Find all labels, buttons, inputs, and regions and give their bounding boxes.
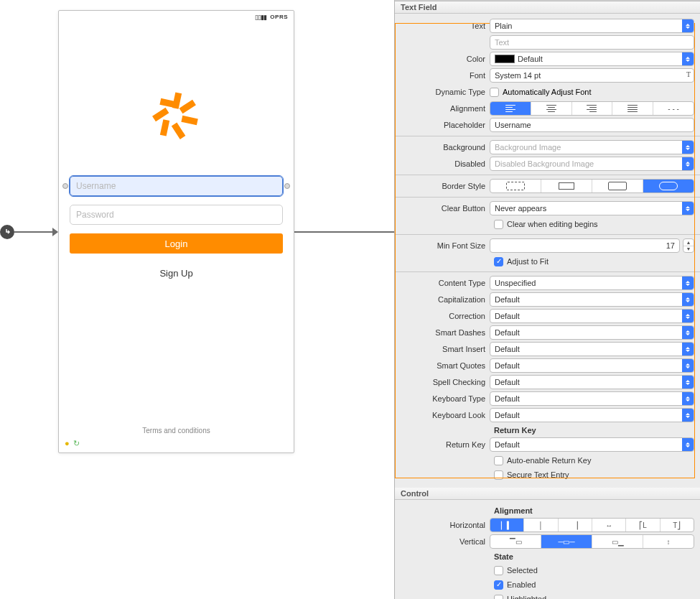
correction-label: Correction	[401, 312, 485, 320]
disabled-label: Disabled	[401, 159, 485, 168]
halign-fill-icon[interactable]: ↔	[592, 519, 625, 531]
valign-top-icon[interactable]: ▔▭	[490, 535, 541, 548]
terms-link[interactable]: Terms and conditions	[59, 427, 294, 435]
min-font-size-label: Min Font Size	[401, 241, 485, 250]
return-key-header: Return Key	[401, 424, 694, 437]
keyboard-look-label: Keyboard Look	[401, 411, 485, 419]
signup-link[interactable]: Sign Up	[59, 268, 294, 279]
border-line-icon[interactable]	[541, 180, 592, 192]
keyboard-type-label: Keyboard Type	[401, 394, 485, 403]
highlighted-label: Highlighted	[507, 595, 546, 599]
warnings-bar[interactable]: ● ↻	[65, 439, 81, 448]
min-font-size-input[interactable]	[490, 238, 680, 253]
background-label: Background	[401, 143, 485, 152]
secure-text-checkbox[interactable]	[494, 470, 503, 480]
align-center-icon[interactable]	[531, 102, 571, 115]
border-rounded-icon[interactable]	[643, 180, 694, 192]
text-value-input[interactable]	[490, 35, 694, 50]
dynamic-type-check-label: Automatically Adjust Font	[503, 88, 592, 96]
return-key-label: Return Key	[401, 440, 485, 449]
divider	[395, 175, 700, 175]
divider	[395, 234, 700, 235]
attributes-inspector[interactable]: Text Field Text Plain Color Default Font…	[394, 0, 700, 599]
username-input[interactable]	[70, 176, 283, 196]
halign-trailing-icon[interactable]: T⎦	[660, 519, 694, 531]
background-select[interactable]: Background Image	[490, 140, 694, 154]
valign-fill-icon[interactable]: ↕	[643, 535, 694, 548]
control-alignment-header: Alignment	[401, 504, 694, 517]
password-field-wrap[interactable]	[70, 205, 283, 225]
return-key-select[interactable]: Default	[490, 437, 694, 452]
align-left-icon[interactable]	[490, 102, 531, 115]
dynamic-type-checkbox[interactable]	[490, 88, 499, 97]
smart-quotes-select[interactable]: Default	[490, 358, 694, 373]
adjust-to-fit-checkbox[interactable]	[494, 257, 503, 266]
halign-left-icon[interactable]: ▏▍	[490, 519, 523, 531]
clear-button-select[interactable]: Never appears	[490, 201, 694, 215]
password-input[interactable]	[70, 205, 283, 225]
auto-enable-return-checkbox[interactable]	[494, 456, 503, 465]
horizontal-label: Horizontal	[401, 521, 485, 529]
valign-center-icon[interactable]: ─▭─	[541, 535, 592, 548]
halign-center-icon[interactable]: │	[523, 519, 557, 531]
smart-quotes-label: Smart Quotes	[401, 361, 485, 370]
alignment-label: Alignment	[401, 104, 485, 113]
svg-rect-3	[171, 123, 185, 139]
align-right-icon[interactable]	[571, 102, 612, 115]
align-justify-icon[interactable]	[612, 102, 653, 115]
selected-label: Selected	[507, 566, 538, 575]
state-header: State	[401, 550, 694, 563]
secure-text-label: Secure Text Entry	[507, 470, 569, 479]
vertical-align-segmented[interactable]: ▔▭ ─▭─ ▭▁ ↕	[490, 534, 694, 549]
keyboard-type-select[interactable]: Default	[490, 391, 694, 406]
clear-editing-checkbox[interactable]	[494, 220, 503, 229]
min-font-size-stepper[interactable]: ▲▼	[683, 238, 694, 253]
divider	[395, 197, 700, 198]
signal-icon: ▯▯▮▮	[255, 14, 266, 21]
enabled-checkbox[interactable]	[494, 580, 503, 590]
control-section: Alignment Horizontal ▏▍ │ ▕ ↔ ⎡L T⎦ Vert…	[395, 500, 700, 599]
highlighted-checkbox[interactable]	[494, 595, 503, 600]
spell-checking-select[interactable]: Default	[490, 375, 694, 389]
horizontal-align-segmented[interactable]: ▏▍ │ ▕ ↔ ⎡L T⎦	[490, 518, 694, 532]
smart-dashes-select[interactable]: Default	[490, 325, 694, 340]
enabled-label: Enabled	[507, 580, 536, 589]
clear-editing-label: Clear when editing begins	[507, 220, 598, 228]
border-none-icon[interactable]	[490, 180, 541, 192]
selection-handle-right[interactable]	[284, 183, 290, 189]
halign-leading-icon[interactable]: ⎡L	[625, 519, 659, 531]
font-picker-icon[interactable]: T	[686, 70, 691, 78]
alignment-segmented[interactable]: - - -	[490, 101, 694, 116]
halign-right-icon[interactable]: ▕	[558, 519, 592, 531]
status-bar: ▯▯▮▮ OPRS	[59, 11, 294, 25]
auto-enable-return-label: Auto-enable Return Key	[507, 456, 591, 465]
border-style-segmented[interactable]	[490, 179, 694, 193]
storyboard-canvas[interactable]: ▯▯▮▮ OPRS Login	[0, 0, 394, 599]
border-bezel-icon[interactable]	[592, 180, 643, 192]
text-field-section: Text Plain Color Default Font System 14 …	[395, 14, 700, 488]
text-style-select[interactable]: Plain	[490, 19, 694, 33]
align-natural-icon[interactable]: - - -	[653, 102, 694, 115]
placeholder-input[interactable]	[490, 118, 694, 132]
capitalization-select[interactable]: Default	[490, 292, 694, 307]
username-field-wrap[interactable]	[70, 176, 283, 196]
smart-insert-select[interactable]: Default	[490, 342, 694, 356]
content-type-label: Content Type	[401, 279, 485, 287]
login-button[interactable]: Login	[70, 233, 283, 254]
font-select[interactable]: System 14 ptT	[490, 68, 694, 83]
content-type-select[interactable]: Unspecified	[490, 276, 694, 290]
spell-checking-label: Spell Checking	[401, 378, 485, 386]
valign-bottom-icon[interactable]: ▭▁	[592, 535, 643, 548]
selection-handle-left[interactable]	[62, 183, 68, 189]
keyboard-look-select[interactable]: Default	[490, 408, 694, 422]
correction-select[interactable]: Default	[490, 309, 694, 323]
color-select[interactable]: Default	[490, 52, 694, 66]
disabled-select[interactable]: Disabled Background Image	[490, 157, 694, 171]
segue-line	[14, 231, 57, 233]
warning-icon: ●	[65, 439, 70, 447]
selected-checkbox[interactable]	[494, 566, 503, 575]
capitalization-label: Capitalization	[401, 295, 485, 304]
section-title-control: Control	[395, 488, 700, 500]
view-controller-frame[interactable]: ▯▯▮▮ OPRS Login	[58, 10, 294, 453]
vertical-label: Vertical	[401, 537, 485, 546]
